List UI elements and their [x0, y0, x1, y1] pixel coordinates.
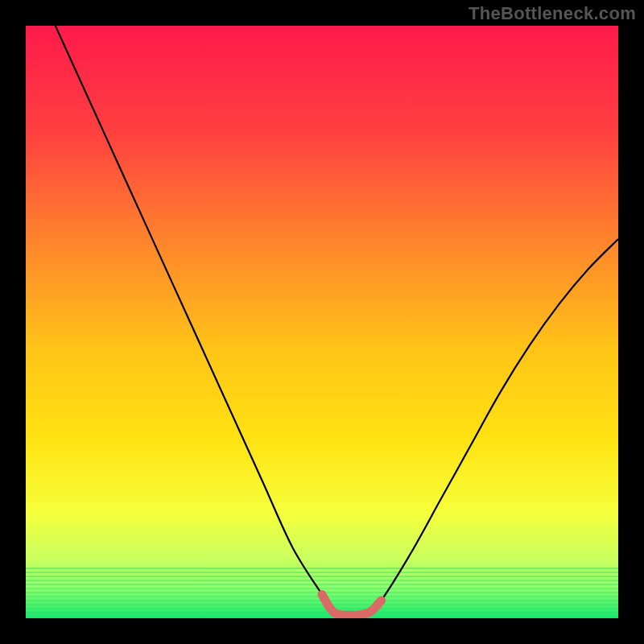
svg-rect-6 [26, 588, 618, 589]
svg-rect-2 [26, 604, 618, 605]
chart-frame: TheBottleneck.com [0, 0, 644, 644]
svg-rect-11 [26, 568, 618, 569]
svg-rect-8 [26, 580, 618, 581]
watermark-text: TheBottleneck.com [469, 3, 636, 24]
svg-rect-9 [26, 576, 618, 577]
chart-svg [26, 26, 618, 618]
svg-rect-1 [26, 608, 618, 609]
svg-rect-10 [26, 572, 618, 573]
gradient-background [26, 26, 618, 618]
svg-rect-7 [26, 584, 618, 585]
plot-area [26, 26, 618, 618]
svg-rect-0 [26, 612, 618, 613]
